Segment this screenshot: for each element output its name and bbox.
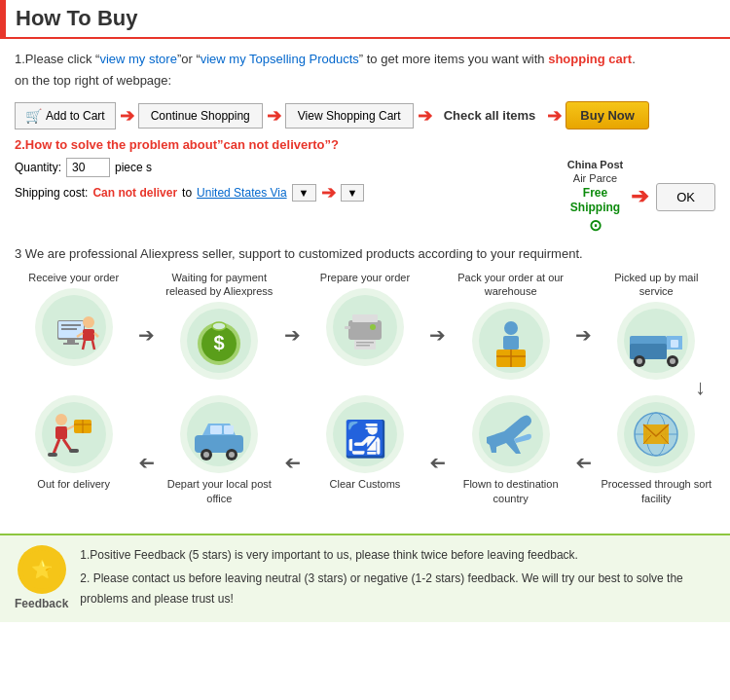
payment-svg: $: [185, 307, 253, 375]
feedback-icon-svg: ⭐: [20, 548, 63, 591]
svg-rect-5: [67, 340, 75, 343]
svg-point-7: [83, 316, 94, 328]
svg-rect-20: [352, 314, 378, 322]
arrow-icon-2: ➔: [267, 105, 281, 127]
svg-rect-43: [55, 426, 67, 439]
flow-item-prepare: Prepare your order: [307, 271, 423, 366]
flow-label-outdelivery: Out for delivery: [37, 477, 110, 491]
svg-point-57: [203, 452, 209, 458]
china-post-arrow: ➔: [631, 184, 648, 209]
add-to-cart-button[interactable]: 🛒 Add to Cart: [15, 102, 116, 129]
flow-arrow-4: ➔: [575, 323, 592, 347]
section1-text: 1.Please click “view my store”or “view m…: [15, 49, 715, 70]
flow-label-postoffice: Depart your local post office: [161, 477, 277, 505]
flow-icon-sort: [617, 395, 695, 473]
flow-label-flown: Flown to destination country: [453, 477, 569, 505]
flow-arrow-3: ➔: [429, 323, 446, 347]
quantity-input[interactable]: [66, 158, 110, 177]
section2: 2.How to solve the problem about”can not…: [15, 137, 715, 237]
flow-icon-outdelivery: [35, 395, 113, 473]
shipping-row: Quantity: piece s Shipping cost: Can not…: [15, 158, 715, 237]
flow-arrow-r2: ➔: [284, 451, 301, 474]
svg-rect-54: [210, 425, 222, 434]
section1: 1.Please click “view my store”or “view m…: [15, 49, 715, 92]
svg-rect-34: [630, 344, 667, 359]
receive-svg: [40, 293, 108, 361]
view-topselling-link[interactable]: view my Topselling Products: [201, 52, 359, 66]
section3-text: 3 We are professional Aliexpress seller,…: [15, 246, 715, 261]
feedback-badge: ⭐ Feedback: [15, 545, 68, 610]
svg-point-17: [212, 322, 226, 330]
delivery-svg: [40, 400, 108, 468]
flow-icon-payment: $: [180, 302, 258, 380]
svg-point-24: [370, 324, 376, 330]
customs-svg: 🛃: [331, 400, 399, 468]
svg-rect-36: [671, 340, 678, 348]
svg-rect-22: [356, 342, 374, 344]
svg-rect-19: [348, 320, 382, 340]
flow-label-customs: Clear Customs: [330, 477, 401, 491]
via-link[interactable]: United States Via: [197, 186, 287, 200]
prepare-svg: [331, 293, 399, 361]
free-shipping-label: Free Shipping ⊙: [567, 186, 623, 237]
page-title: How To Buy: [16, 6, 137, 31]
flow-label-sort: Processed through sort facility: [598, 477, 714, 505]
continue-shopping-button[interactable]: Continue Shopping: [138, 103, 263, 129]
checkmark-icon: ⊙: [567, 216, 623, 237]
flow-icon-customs: 🛃: [326, 395, 404, 473]
china-post-info: China Post Air Parce Free Shipping ⊙: [567, 158, 623, 237]
via-dropdown[interactable]: ▼: [292, 184, 316, 202]
pickup-svg: [622, 307, 690, 375]
flow-item-flown: Flown to destination country: [453, 395, 569, 509]
section2-title: 2.How to solve the problem about”can not…: [15, 137, 715, 152]
flow-item-pack: Pack your order at our warehouse: [453, 271, 569, 381]
svg-text:🛃: 🛃: [343, 418, 386, 460]
flow-arrow-r1: ➔: [138, 451, 155, 474]
svg-rect-28: [503, 336, 519, 350]
flow-arrow-2: ➔: [284, 323, 301, 347]
feedback-badge-icon: ⭐: [18, 545, 66, 594]
shopping-cart-link[interactable]: shopping cart: [548, 52, 632, 66]
flow-icon-prepare: [326, 288, 404, 366]
flown-svg: [477, 400, 545, 468]
feedback-section: ⭐ Feedback 1.Positive Feedback (5 stars)…: [0, 534, 730, 622]
flow-label-pickup: Picked up by mail service: [598, 271, 714, 299]
cannot-deliver-label: Can not deliver: [92, 186, 177, 200]
flow-item-payment: Waiting for payment released by Aliexpre…: [161, 271, 277, 381]
process-row-2: Out for delivery ➔: [15, 395, 715, 509]
ok-button[interactable]: OK: [656, 183, 715, 211]
svg-rect-51: [69, 449, 79, 453]
arrow-icon-4: ➔: [547, 105, 562, 127]
feedback-line1: 1.Positive Feedback (5 stars) is very im…: [80, 545, 715, 565]
buy-now-button[interactable]: Buy Now: [566, 101, 649, 129]
ship-arrow-1: ➔: [321, 182, 336, 203]
svg-rect-50: [48, 453, 57, 457]
flow-label-receive: Receive your order: [28, 271, 119, 284]
view-cart-button[interactable]: View Shopping Cart: [285, 103, 414, 129]
svg-point-42: [55, 414, 67, 425]
flow-item-receive: Receive your order: [16, 271, 132, 366]
ship-row: Shipping cost: Can not deliver to United…: [15, 182, 548, 203]
svg-point-38: [637, 358, 642, 364]
svg-rect-6: [63, 343, 79, 345]
flow-item-outdelivery: Out for delivery: [16, 395, 132, 495]
pack-svg: [477, 307, 545, 375]
check-all-label: Check all items: [436, 103, 544, 128]
flow-item-postoffice: Depart your local post office: [161, 395, 277, 509]
sort-svg: [622, 400, 690, 468]
feedback-label: Feedback: [15, 597, 68, 610]
flow-icon-receive: [35, 288, 113, 366]
section1-subtext: on the top right of webpage:: [15, 70, 715, 92]
page-header: How To Buy: [0, 0, 730, 39]
ship-dropdown-2[interactable]: ▼: [341, 184, 365, 202]
svg-point-27: [504, 321, 518, 335]
feedback-line2: 2. Please contact us before leaving neut…: [80, 569, 715, 608]
shipping-left: Quantity: piece s Shipping cost: Can not…: [15, 158, 548, 203]
view-store-link[interactable]: view my store: [99, 52, 176, 66]
section3: 3 We are professional Aliexpress seller,…: [15, 246, 715, 509]
flow-label-pack: Pack your order at our warehouse: [453, 271, 569, 299]
flow-item-customs: 🛃 Clear Customs: [307, 395, 423, 495]
flow-item-sort: Processed through sort facility: [598, 395, 714, 509]
flow-arrow-r3: ➔: [429, 451, 446, 474]
arrow-icon-1: ➔: [120, 105, 134, 127]
